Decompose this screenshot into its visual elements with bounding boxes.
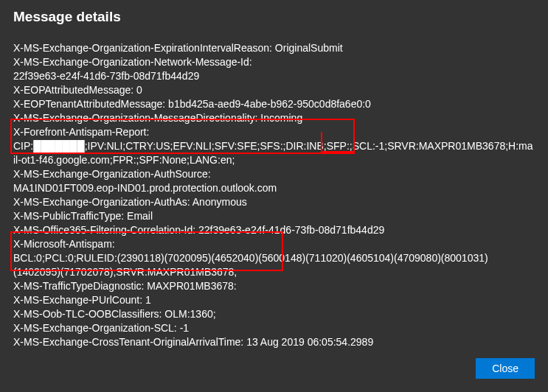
header-line: X-EOPAttributedMessage: 0 — [13, 83, 535, 97]
header-line: X-MS-Exchange-PUrlCount: 1 — [13, 293, 535, 307]
message-headers-body: X-MS-Exchange-Organization-ExpirationInt… — [13, 41, 535, 349]
header-line: X-MS-TrafficTypeDiagnostic: MAXPR01MB367… — [13, 279, 535, 293]
header-line: X-MS-Office365-Filtering-Correlation-Id:… — [13, 223, 535, 237]
dialog-footer: Close — [476, 358, 535, 379]
header-line: X-MS-Exchange-Organization-ExpirationInt… — [13, 41, 535, 55]
header-line: X-Microsoft-Antispam: — [13, 237, 535, 251]
header-line: X-MS-Exchange-Organization-AuthSource: — [13, 167, 535, 181]
header-line: X-MS-PublicTrafficType: Email — [13, 209, 535, 223]
header-line: X-MS-Oob-TLC-OOBClassifiers: OLM:1360; — [13, 307, 535, 321]
dialog-title: Message details — [13, 9, 535, 25]
header-line: X-MS-Exchange-Organization-Network-Messa… — [13, 55, 535, 69]
header-line: X-EOPTenantAttributedMessage: b1bd425a-a… — [13, 97, 535, 111]
header-line: X-MS-Exchange-Organization-MessageDirect… — [13, 111, 535, 125]
header-line: X-MS-Exchange-CrossTenant-OriginalArriva… — [13, 335, 535, 349]
header-line: 22f39e63-e24f-41d6-73fb-08d71fb44d29 — [13, 69, 535, 83]
header-line: X-MS-Exchange-Organization-SCL: -1 — [13, 321, 535, 335]
close-button[interactable]: Close — [476, 358, 535, 379]
header-line: CIP:███████;IPV:NLI;CTRY:US;EFV:NLI;SFV:… — [13, 139, 535, 167]
header-line: MA1IND01FT009.eop-IND01.prod.protection.… — [13, 181, 535, 195]
header-line: X-MS-Exchange-Organization-AuthAs: Anony… — [13, 195, 535, 209]
header-line: BCL:0;PCL:0;RULEID:(2390118)(7020095)(46… — [13, 251, 535, 279]
header-line: X-Forefront-Antispam-Report: — [13, 125, 535, 139]
message-details-dialog: Message details X-MS-Exchange-Organizati… — [0, 0, 548, 392]
